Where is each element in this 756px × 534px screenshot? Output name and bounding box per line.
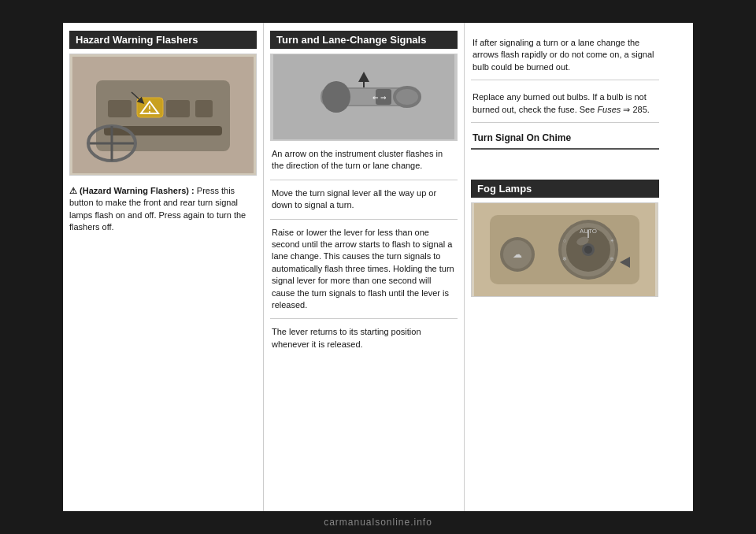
turn-section-title: Turn and Lane-Change Signals — [270, 31, 458, 49]
right-column: If after signaling a turn or a lane chan… — [465, 23, 665, 511]
svg-point-38 — [584, 246, 592, 254]
right-text-2: Replace any burned out bulbs. If a bulb … — [471, 85, 659, 123]
svg-text:⊕: ⊕ — [610, 256, 614, 261]
turn-text-4: The lever returns to its starting positi… — [270, 318, 458, 358]
svg-text:❄: ❄ — [562, 256, 567, 261]
svg-text:☀: ☀ — [610, 238, 614, 243]
fog-lamps-image: AUTO ○ ☀ ❄ ⊕ — [471, 202, 658, 297]
hazard-warning-symbol: ⚠ (Hazard Warning Flashers) : — [69, 186, 195, 195]
turn-signal-image: ⇐ ⇒ — [270, 54, 458, 140]
turn-signal-on-chime-header: Turn Signal On Chime — [471, 128, 659, 150]
right-text-2-main: Replace any burned out bulbs. If a bulb … — [472, 92, 647, 113]
right-text-2-symbol: ⇒ — [623, 105, 632, 114]
svg-rect-4 — [166, 100, 190, 117]
svg-text:○: ○ — [563, 238, 566, 243]
turn-text-1: An arrow on the instrument cluster flash… — [270, 140, 458, 180]
left-column: Hazard Warning Flashers — [63, 23, 264, 511]
hazard-body-text: ⚠ (Hazard Warning Flashers) : Press this… — [69, 182, 257, 237]
watermark: carmanualsonline.info — [0, 517, 756, 528]
svg-point-20 — [396, 89, 418, 105]
right-text-1: If after signaling a turn or a lane chan… — [471, 31, 659, 80]
fog-lamps-title: Fog Lamps — [471, 180, 659, 198]
hazard-section-title: Hazard Warning Flashers — [69, 31, 257, 49]
middle-column: Turn and Lane-Change Signals — [264, 23, 465, 511]
svg-rect-2 — [108, 100, 132, 117]
svg-text:⇐ ⇒: ⇐ ⇒ — [372, 94, 387, 102]
svg-text:☁: ☁ — [513, 249, 522, 260]
page-container: Hazard Warning Flashers — [63, 23, 693, 511]
svg-point-25 — [322, 81, 350, 113]
fog-lamps-section: Fog Lamps — [471, 180, 659, 297]
turn-text-3: Raise or lower the lever for less than o… — [270, 219, 458, 319]
turn-text-2: Move the turn signal lever all the way u… — [270, 180, 458, 219]
svg-rect-5 — [195, 100, 213, 117]
svg-point-9 — [149, 111, 150, 113]
fuses-link: Fuses — [597, 105, 621, 114]
right-text-2-suffix: 285. — [632, 105, 649, 114]
hazard-image — [69, 54, 257, 176]
